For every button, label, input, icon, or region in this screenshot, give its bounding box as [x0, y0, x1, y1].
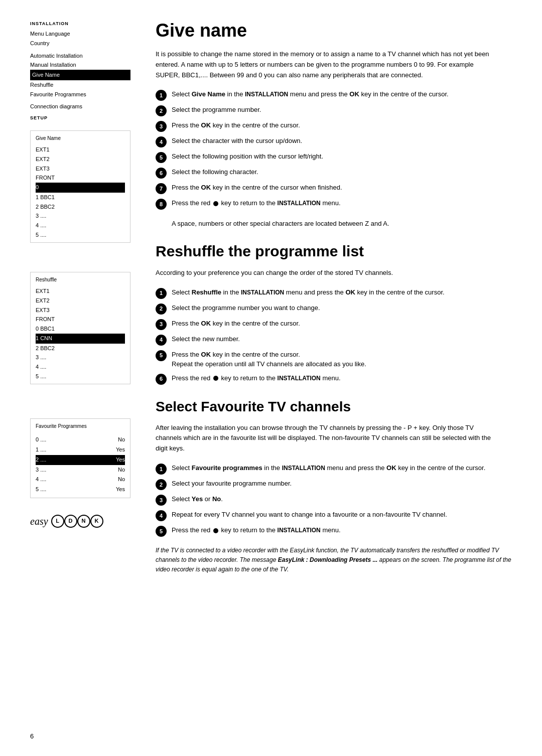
reshuffle-step-5: 5 Press the OK key in the centre of the … [156, 350, 512, 369]
step-num-1: 1 [156, 90, 167, 101]
give-name-3: 3 .... [36, 211, 125, 221]
reshuffle-menu-box: Reshuffle EXT1 EXT2 EXT3 FRONT 0 BBC1 1 … [30, 272, 130, 384]
reshuffle-3: 3 .... [36, 353, 125, 362]
favourite-step-num-5: 5 [156, 526, 167, 537]
logo-N: N [77, 515, 90, 528]
reshuffle-step-num-4: 4 [156, 335, 167, 346]
step-text-2: Select the programme number. [172, 105, 512, 115]
page-number: 6 [30, 732, 34, 740]
reshuffle-step-num-1: 1 [156, 288, 167, 299]
reshuffle-step-text-2: Select the programme number you want to … [172, 303, 512, 313]
favourite-step-text-1: Select Favourite programmes in the INSTA… [172, 463, 512, 473]
favourite-programmes-title: Favourite Programmes [36, 422, 125, 431]
logo-K: K [90, 515, 103, 528]
step-num-2: 2 [156, 105, 167, 116]
give-name-steps: 1 Select Give Name in the INSTALLATION m… [156, 89, 512, 210]
reshuffle-step-num-6: 6 [156, 374, 167, 385]
sidebar-favourite-programmes[interactable]: Favourite Programmes [30, 90, 130, 99]
reshuffle-step-text-3: Press the OK key in the centre of the cu… [172, 319, 512, 329]
sidebar-country[interactable]: Country [30, 39, 130, 48]
favourite-title: Select Favourite TV channels [156, 399, 512, 415]
reshuffle-step-4: 4 Select the new number. [156, 334, 512, 346]
reshuffle-0bbc1: 0 BBC1 [36, 324, 125, 334]
give-name-box-title: Give Name [36, 134, 125, 143]
reshuffle-title: Reshuffle the programme list [156, 243, 512, 260]
give-name-0: 0 [36, 183, 125, 193]
step-text-4: Select the character with the cursor up/… [172, 136, 512, 146]
step-text-8: Press the red key to return to the INSTA… [172, 198, 512, 208]
favourite-programmes-box: Favourite Programmes 0 .... No 1 .... Ye… [30, 418, 130, 498]
step-num-6: 6 [156, 168, 167, 179]
sidebar-menu-language[interactable]: Menu Language [30, 29, 130, 39]
reshuffle-step-2: 2 Select the programme number you want t… [156, 303, 512, 315]
favourite-step-text-4: Repeat for every TV channel you want to … [172, 510, 512, 520]
give-name-step-3: 3 Press the OK key in the centre of the … [156, 120, 512, 132]
reshuffle-2bbc2: 2 BBC2 [36, 344, 125, 353]
reshuffle-step-text-1: Select Reshuffle in the INSTALLATION men… [172, 287, 512, 297]
main-content: Give name It is possible to change the n… [141, 20, 542, 736]
reshuffle-1cnn: 1 CNN [36, 334, 125, 344]
give-name-note: A space, numbers or other special charac… [172, 219, 512, 229]
give-name-5: 5 .... [36, 230, 125, 240]
fav-item-1: 1 .... Yes [36, 445, 125, 455]
sidebar-installation-section: INSTALLATION Menu Language Country Autom… [30, 20, 130, 121]
step-text-5: Select the following position with the c… [172, 152, 512, 162]
step-text-3: Press the OK key in the centre of the cu… [172, 120, 512, 130]
sidebar-give-name[interactable]: Give Name [30, 70, 130, 80]
sidebar-manual-installation[interactable]: Manual Installation [30, 60, 130, 70]
step-num-8: 8 [156, 199, 167, 210]
sidebar-auto-installation[interactable]: Automatic Installation [30, 51, 130, 61]
reshuffle-ext3: EXT3 [36, 306, 125, 315]
give-name-ext3: EXT3 [36, 164, 125, 174]
give-name-step-4: 4 Select the character with the cursor u… [156, 136, 512, 147]
favourite-step-2: 2 Select your favourite programme number… [156, 479, 512, 490]
reshuffle-step-num-2: 2 [156, 304, 167, 315]
reshuffle-step-num-3: 3 [156, 319, 167, 330]
give-name-section: Give name It is possible to change the n… [156, 20, 512, 229]
fav-item-2: 2 .... Yes [36, 455, 125, 465]
reshuffle-5: 5 .... [36, 372, 125, 381]
step-text-6: Select the following character. [172, 167, 512, 177]
sidebar-reshuffle[interactable]: Reshuffle [30, 80, 130, 90]
step-num-4: 4 [156, 136, 167, 147]
fav-item-0: 0 .... No [36, 435, 125, 445]
sidebar: INSTALLATION Menu Language Country Autom… [0, 20, 141, 736]
reshuffle-intro: According to your preference you can cha… [156, 268, 497, 278]
favourite-italic-note: If the TV is connected to a video record… [156, 546, 512, 575]
give-name-step-6: 6 Select the following character. [156, 167, 512, 179]
step-num-5: 5 [156, 152, 167, 163]
favourite-step-num-4: 4 [156, 510, 167, 521]
favourite-section: Select Favourite TV channels After leavi… [156, 399, 512, 575]
favourite-step-num-1: 1 [156, 464, 167, 475]
logo-L: L [51, 515, 64, 528]
step-text-7: Press the OK key in the centre of the cu… [172, 183, 512, 193]
reshuffle-steps: 1 Select Reshuffle in the INSTALLATION m… [156, 287, 512, 385]
give-name-step-7: 7 Press the OK key in the centre of the … [156, 183, 512, 194]
reshuffle-step-text-6: Press the red key to return to the INSTA… [172, 373, 512, 383]
favourite-step-text-5: Press the red key to return to the INSTA… [172, 525, 512, 535]
give-name-2bbc2: 2 BBC2 [36, 202, 125, 212]
favourite-step-num-2: 2 [156, 479, 167, 490]
reshuffle-step-num-5: 5 [156, 350, 167, 361]
logo-D: D [64, 515, 77, 528]
reshuffle-box-title: Reshuffle [36, 275, 125, 284]
give-name-1bbc1: 1 BBC1 [36, 193, 125, 202]
give-name-ext2: EXT2 [36, 155, 125, 164]
reshuffle-ext1: EXT1 [36, 286, 125, 296]
give-name-intro: It is possible to change the name stored… [156, 49, 497, 80]
give-name-step-1: 1 Select Give Name in the INSTALLATION m… [156, 89, 512, 101]
favourite-step-text-3: Select Yes or No. [172, 494, 512, 504]
sidebar-connection-diagrams[interactable]: Connection diagrams [30, 102, 130, 111]
red-dot-2 [213, 376, 218, 381]
favourite-step-text-2: Select your favourite programme number. [172, 479, 512, 489]
favourite-intro: After leaving the installation you can b… [156, 423, 497, 454]
reshuffle-step-text-5: Press the OK key in the centre of the cu… [172, 350, 512, 369]
reshuffle-front: FRONT [36, 315, 125, 324]
logo-circles: L D N K [51, 515, 103, 528]
give-name-step-2: 2 Select the programme number. [156, 105, 512, 116]
reshuffle-step-text-4: Select the new number. [172, 334, 512, 344]
red-dot-1 [213, 201, 218, 206]
give-name-4: 4 .... [36, 221, 125, 230]
give-name-ext1: EXT1 [36, 145, 125, 155]
favourite-step-4: 4 Repeat for every TV channel you want t… [156, 510, 512, 521]
